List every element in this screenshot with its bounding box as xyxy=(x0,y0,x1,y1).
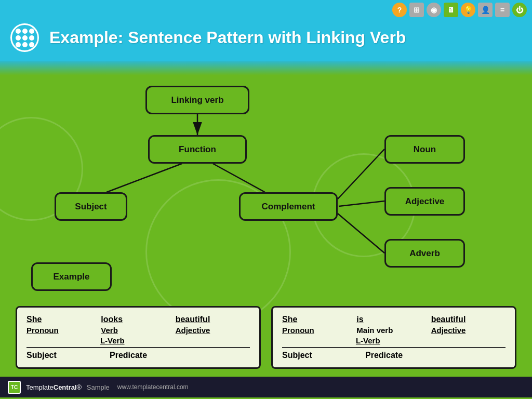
ex1-verb: Verb xyxy=(101,326,175,335)
person-icon[interactable]: 👤 xyxy=(478,3,493,17)
examples-section: She looks beautiful Pronoun Verb Adjecti… xyxy=(10,301,522,374)
linking-verb-box: Linking verb xyxy=(145,86,249,114)
diagram: Linking verb Function Subject Complement… xyxy=(16,81,516,304)
logo xyxy=(10,23,39,52)
svg-line-1 xyxy=(107,164,182,192)
header: Example: Sentence Pattern with Linking V… xyxy=(0,0,532,75)
search-icon[interactable]: ◉ xyxy=(427,3,441,17)
ex2-predicate-label: Predicate xyxy=(344,351,506,360)
footer-brand: TemplateCentral® Sample xyxy=(26,383,110,391)
ex2-adjective: Adjective xyxy=(431,326,506,335)
equals-icon[interactable]: = xyxy=(495,3,510,17)
page-title: Example: Sentence Pattern with Linking V… xyxy=(49,28,406,47)
ex2-mainverb: Main verb xyxy=(356,326,431,335)
presentation-icon[interactable]: 🖥 xyxy=(444,3,458,17)
ex1-predicate-label: Predicate xyxy=(89,351,250,360)
svg-line-4 xyxy=(339,201,384,206)
ex2-pronoun: Pronoun xyxy=(282,326,356,335)
subject-box: Subject xyxy=(55,192,127,221)
footer-logo: TC xyxy=(8,381,21,394)
main-content: Linking verb Function Subject Complement… xyxy=(0,75,532,397)
ex1-lverb: L-Verb xyxy=(100,336,250,345)
ex2-lverb: L-Verb xyxy=(356,336,506,345)
ex1-adjective: Adjective xyxy=(176,326,250,335)
ex1-divider xyxy=(26,347,250,348)
grid-icon[interactable]: ⊞ xyxy=(409,3,424,17)
ex2-is: is xyxy=(356,315,431,324)
ex1-subject-label: Subject xyxy=(26,351,89,360)
power-icon[interactable]: ⏻ xyxy=(512,3,527,17)
footer: TC TemplateCentral® Sample www.templatec… xyxy=(0,377,532,397)
ex1-looks: looks xyxy=(101,315,175,324)
ex2-beautiful: beautiful xyxy=(431,315,506,324)
example-box-1: She looks beautiful Pronoun Verb Adjecti… xyxy=(16,306,261,369)
toolbar: ? ⊞ ◉ 🖥 💡 👤 = ⏻ xyxy=(392,3,527,17)
ex1-beautiful: beautiful xyxy=(176,315,250,324)
example-box: Example xyxy=(31,262,112,291)
adjective-box: Adjective xyxy=(384,187,465,216)
function-box: Function xyxy=(148,135,247,164)
noun-box: Noun xyxy=(384,135,465,164)
svg-line-2 xyxy=(213,164,265,192)
svg-line-5 xyxy=(338,214,384,253)
ex2-subject-label: Subject xyxy=(282,351,344,360)
ex1-pronoun: Pronoun xyxy=(26,326,101,335)
adverb-box: Adverb xyxy=(384,239,465,268)
ex1-she: She xyxy=(26,315,101,324)
svg-line-3 xyxy=(338,149,384,199)
help-icon[interactable]: ? xyxy=(392,3,407,17)
example-box-2: She is beautiful Pronoun Main verb Adjec… xyxy=(271,306,516,369)
footer-url: www.templatecentral.com xyxy=(117,383,189,391)
bulb-icon[interactable]: 💡 xyxy=(461,3,475,17)
ex2-she: She xyxy=(282,315,356,324)
ex2-divider xyxy=(282,347,506,348)
complement-box: Complement xyxy=(239,192,338,221)
